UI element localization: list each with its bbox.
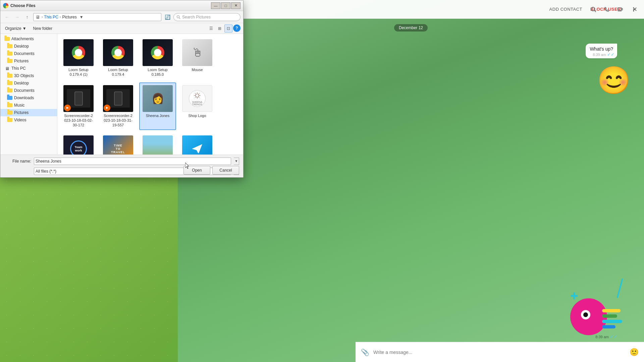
dialog-title: Choose Files <box>10 3 36 8</box>
tree-item-3d-objects[interactable]: 3D Objects <box>0 72 57 79</box>
color-bars <box>602 309 622 328</box>
cancel-button[interactable]: Cancel <box>212 166 239 175</box>
forward-button[interactable]: → <box>13 13 21 21</box>
svg-line-16 <box>199 93 200 95</box>
mouse-thumb-bg: 🖱 <box>182 39 212 66</box>
tree-label: This PC <box>11 66 26 71</box>
left-panel: Attachments Desktop Documents <box>0 34 57 155</box>
details-view-button[interactable]: ☰ <box>207 24 215 33</box>
loom-logo-inner <box>114 49 122 56</box>
svg-point-7 <box>633 11 634 12</box>
date-badge: December 12 <box>394 24 428 32</box>
more-icon[interactable] <box>630 6 637 13</box>
devices-icon[interactable] <box>616 6 624 13</box>
dialog-titlebar: Choose Files — □ ✕ <box>0 0 243 11</box>
file-item-shoplogo[interactable]: SHEENA TRENDS Shop Logo <box>179 82 216 130</box>
thumbnail-view-button[interactable]: ⊡ <box>224 24 232 33</box>
tree-item-this-pc[interactable]: 🖥 This PC <box>0 65 57 72</box>
mascot-body <box>570 298 607 335</box>
open-button[interactable]: Open <box>183 166 210 175</box>
file-item-teamlogo[interactable]: Teamwork Team Logo <box>60 133 97 155</box>
file-item-loom-1[interactable]: Loom Setup 0.179.4 (1) <box>60 37 97 80</box>
file-item-sheena[interactable]: 👩 Sheena Jones <box>139 82 176 130</box>
folder-icon <box>7 44 12 49</box>
pc-icon: 🖥 <box>4 66 10 71</box>
back-button[interactable]: ← <box>3 13 11 21</box>
file-name-label: Shop Logo <box>188 113 206 118</box>
tree-item-documents-2[interactable]: Documents <box>0 87 57 94</box>
color-bar-cyan <box>602 320 622 323</box>
help-button[interactable]: ? <box>233 24 240 32</box>
file-name-dropdown-button[interactable]: ▼ <box>234 158 239 165</box>
file-item-loom-2[interactable]: Loom Setup 0.179.4 <box>100 37 137 80</box>
tree-item-desktop-1[interactable]: Desktop <box>0 43 57 50</box>
file-thumb <box>143 135 173 155</box>
svg-line-9 <box>179 18 180 19</box>
maximize-button[interactable]: □ <box>221 2 230 9</box>
breadcrumb-pictures: Pictures <box>62 15 76 19</box>
file-thumb <box>103 39 133 66</box>
file-item-travel[interactable]: Travel <box>139 133 176 155</box>
file-name-label: Mouse <box>192 67 203 72</box>
svg-rect-3 <box>621 8 623 10</box>
tree-item-videos[interactable]: Videos <box>0 116 57 124</box>
dialog-toolbar: Organize ▼ New folder ☰ ⊞ ⊡ ? <box>0 23 243 34</box>
tree-label: Documents <box>14 88 35 93</box>
loom-logo-icon <box>72 46 85 59</box>
phone-icon[interactable] <box>603 6 610 13</box>
file-name-label: Loom Setup 0.179.4 (1) <box>62 67 95 77</box>
file-thumb: Teamwork <box>63 135 94 155</box>
file-item-time-to-travel[interactable]: TIMETOTRAVEL Time to Travel <box>100 133 137 155</box>
tree-item-pictures-2[interactable]: Pictures <box>0 109 57 116</box>
loom-logo-icon <box>111 46 125 59</box>
file-item-screenrec-2[interactable]: ▶ Screenrecorder-2 023-10-18-03-31-19-55… <box>100 82 137 130</box>
tree-item-music[interactable]: Music <box>0 102 57 109</box>
telegram-thumb-bg <box>182 135 212 155</box>
travel-thumb-bg <box>143 135 173 155</box>
loom-thumb-bg <box>103 39 133 66</box>
tree-item-documents-1[interactable]: Documents <box>0 50 57 57</box>
attach-icon[interactable]: 📎 <box>361 348 369 356</box>
file-item-mouse[interactable]: 🖱 Mouse <box>179 37 216 80</box>
spider-icon <box>193 92 202 101</box>
breadcrumb-separator-1: › <box>42 15 43 19</box>
plus-icon: ✚ <box>570 292 578 301</box>
add-contact-button[interactable]: ADD CONTACT <box>549 7 582 12</box>
breadcrumb-dropdown-arrow[interactable]: ▼ <box>79 15 84 19</box>
file-thumb: 🖱 <box>182 39 212 66</box>
tree-item-attachments[interactable]: Attachments <box>0 35 57 43</box>
breadcrumb-this-pc[interactable]: This PC <box>44 15 58 19</box>
loom-thumb-bg <box>143 39 173 66</box>
loom-thumb-bg <box>63 39 94 66</box>
file-item-screenrec-1[interactable]: ▶ Screenrecorder-2 023-10-18-03-02-30-17… <box>60 82 97 130</box>
preview-view-button[interactable]: ⊞ <box>216 24 224 33</box>
folder-icon <box>7 95 12 101</box>
file-item-tsetup[interactable]: tsetup-x64.4.12.2 <box>179 133 216 155</box>
telegram-send-icon <box>189 141 205 155</box>
color-bar-green <box>602 314 617 318</box>
ttt-thumb-bg: TIMETOTRAVEL <box>103 135 133 155</box>
search-box[interactable]: Search Pictures <box>173 13 240 21</box>
file-item-loom-3[interactable]: Loom Setup 0.185.0 <box>139 37 176 80</box>
tree-label: Videos <box>14 118 26 122</box>
folder-icon <box>7 110 12 115</box>
close-button[interactable]: ✕ <box>231 2 240 9</box>
organize-button[interactable]: Organize ▼ <box>3 25 29 32</box>
pc-breadcrumb-icon: 🖥 <box>36 14 40 20</box>
file-thumb <box>63 39 94 66</box>
refresh-button[interactable]: 🔄 <box>163 13 171 21</box>
message-time: 8:39 am ✓✓ <box>593 52 614 57</box>
message-input[interactable] <box>373 350 626 355</box>
breadcrumb[interactable]: 🖥 › This PC › Pictures ▼ <box>33 13 161 21</box>
tree-item-pictures-1[interactable]: Pictures <box>0 57 57 65</box>
up-button[interactable]: ↑ <box>23 13 31 21</box>
emoji-picker-icon[interactable]: 🙂 <box>630 348 639 357</box>
minimize-button[interactable]: — <box>211 2 220 9</box>
file-name-input[interactable] <box>34 158 231 165</box>
file-name-label: Sheena Jones <box>146 113 169 118</box>
search-icon[interactable] <box>590 6 597 13</box>
screenrec-inner <box>106 89 130 108</box>
tree-item-downloads[interactable]: Downloads <box>0 94 57 102</box>
new-folder-button[interactable]: New folder <box>31 25 54 32</box>
tree-item-desktop-2[interactable]: Desktop <box>0 79 57 87</box>
